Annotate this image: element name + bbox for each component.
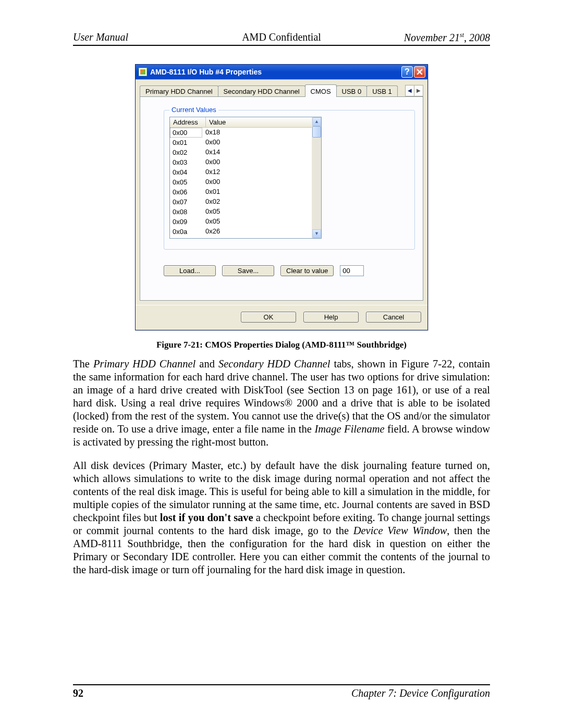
chapter-label: Chapter 7: Device Configuration (351, 687, 490, 699)
group-legend: Current Values (169, 106, 218, 114)
tab-nav: ◀ ▶ (406, 85, 423, 96)
table-row[interactable]: 0x040x12 (170, 167, 321, 177)
list-header: Address Value (170, 117, 321, 128)
current-values-group: Current Values Address Value 0x000x18 0x… (164, 110, 415, 250)
clear-value-input[interactable] (340, 265, 364, 276)
paragraph-2: All disk devices (Primary Master, etc.) … (73, 459, 490, 576)
dialog-footer: OK Help Cancel (136, 305, 427, 330)
col-address[interactable]: Address (170, 117, 206, 127)
titlebar-buttons: ? (401, 66, 425, 78)
figure-caption: Figure 7-21: CMOS Properties Dialog (AMD… (73, 340, 490, 350)
tab-usb0[interactable]: USB 0 (336, 85, 368, 97)
table-row[interactable]: 0x000x18 (170, 128, 321, 138)
table-row[interactable]: 0x030x00 (170, 157, 321, 167)
help-button[interactable]: Help (303, 312, 359, 323)
tab-usb1[interactable]: USB 1 (366, 85, 398, 97)
scroll-up-icon[interactable]: ▲ (312, 117, 321, 126)
tab-secondary-hdd[interactable]: Secondary HDD Channel (218, 85, 305, 97)
save-button[interactable]: Save... (222, 265, 274, 276)
ok-button[interactable]: OK (241, 312, 296, 323)
action-row: Load... Save... Clear to value (164, 265, 412, 276)
table-row[interactable]: 0x070x02 (170, 197, 321, 207)
table-row[interactable]: 0x060x01 (170, 187, 321, 197)
list-rows: 0x000x18 0x010x00 0x020x14 0x030x00 0x04… (170, 128, 321, 235)
dialog-body: Primary HDD Channel Secondary HDD Channe… (136, 79, 427, 330)
tab-cmos[interactable]: CMOS (305, 84, 337, 97)
table-row[interactable]: 0x0a0x26 (170, 227, 321, 235)
app-icon (139, 68, 147, 76)
close-icon[interactable] (414, 66, 425, 78)
help-icon[interactable]: ? (401, 66, 413, 78)
titlebar[interactable]: AMD-8111 I/O Hub #4 Properties ? (136, 65, 427, 79)
table-row[interactable]: 0x020x14 (170, 147, 321, 157)
titlebar-left: AMD-8111 I/O Hub #4 Properties (139, 68, 262, 76)
tab-scroll-left-icon[interactable]: ◀ (405, 85, 414, 96)
footer-line: 92 Chapter 7: Device Configuration (73, 684, 490, 699)
scrollbar[interactable]: ▲ ▼ (312, 117, 321, 238)
col-value[interactable]: Value (206, 117, 321, 127)
table-row[interactable]: 0x050x00 (170, 177, 321, 187)
figure-wrap: AMD-8111 I/O Hub #4 Properties ? Primary… (73, 64, 490, 350)
tab-strip: Primary HDD Channel Secondary HDD Channe… (136, 80, 427, 96)
tab-scroll-right-icon[interactable]: ▶ (414, 85, 423, 96)
table-row[interactable]: 0x080x05 (170, 207, 321, 217)
tab-content: Current Values Address Value 0x000x18 0x… (140, 96, 423, 301)
load-button[interactable]: Load... (164, 265, 216, 276)
dialog-title: AMD-8111 I/O Hub #4 Properties (150, 68, 262, 76)
scroll-down-icon[interactable]: ▼ (312, 229, 321, 238)
table-row[interactable]: 0x010x00 (170, 138, 321, 147)
paragraph-1: The Primary HDD Channel and Secondary HD… (73, 357, 490, 449)
cancel-button[interactable]: Cancel (366, 312, 421, 323)
properties-dialog: AMD-8111 I/O Hub #4 Properties ? Primary… (135, 64, 428, 330)
page-number: 92 (73, 687, 83, 699)
clear-button[interactable]: Clear to value (280, 265, 334, 276)
table-row[interactable]: 0x090x05 (170, 217, 321, 227)
values-listbox[interactable]: Address Value 0x000x18 0x010x00 0x020x14… (169, 117, 322, 239)
document-page: AMD Confidential User Manual November 21… (0, 0, 563, 728)
header-confidential: AMD Confidential (0, 31, 563, 43)
tab-primary-hdd[interactable]: Primary HDD Channel (140, 85, 218, 97)
scroll-thumb[interactable] (312, 126, 321, 138)
